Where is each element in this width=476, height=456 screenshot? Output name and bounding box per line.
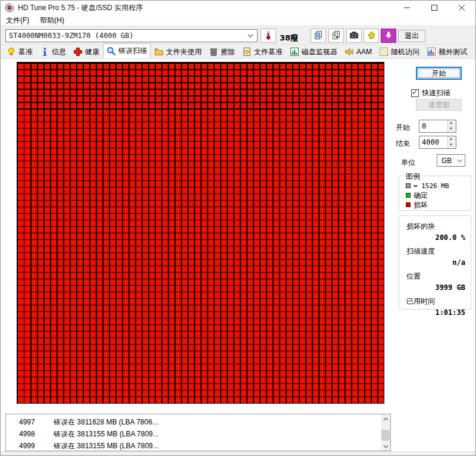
exit-button[interactable]: 退出 (398, 30, 425, 42)
trash-icon (209, 47, 218, 57)
chevron-down-icon (248, 34, 253, 38)
download-button[interactable] (381, 29, 396, 43)
tab-aam[interactable]: AAM (341, 45, 375, 58)
log-row[interactable]: 4997 错误在 3811628 MB (LBA 7806... (6, 416, 380, 428)
quick-scan-label: 快速扫描 (422, 88, 450, 98)
tab-file-benchmark[interactable]: 文件基准 (239, 45, 286, 58)
tab-health[interactable]: 健康 (70, 45, 103, 58)
start-spin-down-icon[interactable] (448, 126, 456, 132)
camera-icon (349, 30, 359, 42)
log-row[interactable]: 4999 错误在 3813155 MB (LBA 7809... (6, 440, 380, 452)
drive-selector[interactable]: ST4000NM0033-9ZM170 (4000 GB) (5, 29, 258, 42)
chevron-down-icon (457, 159, 462, 163)
title-bar: HD Tune Pro 5.75 - 硬盘/SSD 实用程序 (1, 1, 475, 15)
thermometer-icon (264, 30, 273, 42)
log-row-index: 4998 (19, 430, 54, 438)
status-strip (1, 451, 475, 456)
copy-text-button[interactable] (311, 29, 326, 43)
tab-label: 随机访问 (391, 47, 419, 57)
tab-extra-tests[interactable]: 额外测试 (423, 45, 471, 58)
log-row[interactable]: 4998 错误在 3813155 MB (LBA 7809... (6, 428, 380, 440)
tab-label: 额外测试 (439, 47, 467, 57)
tab-label: 文件基准 (254, 47, 283, 57)
legend-block-size: = 1526 MB (414, 182, 449, 190)
magnifier-icon (107, 46, 116, 56)
health-cross-icon (73, 47, 83, 57)
scan-speed-value: n/a (399, 258, 465, 267)
scan-status-group: 损坏的块 200.0 % 扫描速度 n/a 位置 3999 GB 已用时间 1:… (399, 215, 471, 310)
start-field-value[interactable]: 0 (419, 120, 447, 132)
camera-button[interactable] (346, 29, 362, 43)
tab-bar: 基准 信息 健康 错误扫描 文件夹使用 擦除 文件基准 磁盘监视器 (1, 45, 475, 59)
speed-map-button[interactable]: 速度图 (416, 99, 462, 111)
menu-bar: 文件(F) 帮助(H) (1, 15, 475, 26)
temperature-value: 38癈 (280, 33, 298, 43)
extra-tests-icon (427, 47, 436, 57)
elapsed-time-value: 1:01:35 (399, 308, 465, 317)
bulb-icon (7, 47, 16, 57)
scrollbar-thumb[interactable] (381, 430, 390, 441)
copy-image-button[interactable] (328, 29, 344, 43)
tab-error-scan[interactable]: 错误扫描 (103, 43, 151, 58)
damaged-blocks-value: 200.0 % (399, 233, 465, 242)
tab-label: 基准 (18, 47, 33, 57)
legend-group: 图例 = 1526 MB 确定 损坏 (399, 176, 471, 211)
tab-info[interactable]: 信息 (36, 45, 70, 58)
legend-ok-swatch (406, 193, 411, 198)
log-scrollbar[interactable] (381, 414, 390, 451)
close-icon[interactable] (448, 1, 475, 15)
random-access-icon (379, 47, 389, 57)
legend-title: 图例 (404, 171, 422, 182)
tab-label: 错误扫描 (118, 46, 147, 56)
log-row-message: 错误在 3811628 MB (LBA 7806... (54, 417, 158, 427)
quick-scan-checkbox[interactable] (411, 89, 419, 97)
minimize-icon[interactable] (393, 1, 421, 15)
end-spin-up-icon[interactable] (448, 136, 456, 142)
start-field[interactable]: 0 (419, 120, 456, 133)
tab-erase[interactable]: 擦除 (205, 45, 239, 58)
hand-button[interactable] (364, 29, 379, 43)
file-benchmark-icon (242, 47, 252, 57)
speaker-icon (345, 47, 354, 57)
start-spin-up-icon[interactable] (448, 120, 456, 126)
tab-label: 健康 (85, 47, 99, 57)
unit-selector-value: GB (441, 157, 452, 165)
scan-block-map (17, 62, 384, 404)
scan-control-panel: 开始 快速扫描 速度图 开始 0 结束 4000 单位 GB (393, 59, 474, 414)
log-row-message: 错误在 3813155 MB (LBA 7809... (54, 441, 159, 451)
app-window: HD Tune Pro 5.75 - 硬盘/SSD 实用程序 文件(F) 帮助(… (0, 0, 476, 456)
damaged-blocks-label: 损坏的块 (406, 221, 471, 232)
tab-benchmark[interactable]: 基准 (3, 45, 36, 58)
tab-folder-usage[interactable]: 文件夹使用 (151, 45, 205, 58)
error-scan-pane: 开始 快速扫描 速度图 开始 0 结束 4000 单位 GB (1, 59, 475, 414)
legend-damaged-label: 损坏 (414, 200, 428, 210)
start-scan-button[interactable]: 开始 (416, 67, 462, 80)
scroll-up-icon[interactable] (381, 414, 390, 423)
temperature-button[interactable] (261, 29, 276, 43)
app-icon (5, 3, 14, 13)
position-value: 3999 GB (399, 283, 465, 292)
unit-label: 单位 (401, 158, 415, 168)
info-icon (40, 47, 49, 57)
menu-help[interactable]: 帮助(H) (35, 15, 70, 26)
unit-selector[interactable]: GB (437, 154, 465, 167)
download-arrow-icon (384, 31, 393, 41)
copy-image-icon (331, 30, 341, 42)
log-row-index: 4999 (19, 442, 54, 450)
maximize-icon[interactable] (421, 1, 448, 15)
menu-file[interactable]: 文件(F) (1, 15, 35, 26)
scan-speed-label: 扫描速度 (406, 246, 471, 257)
drive-selector-value: ST4000NM0033-9ZM170 (4000 GB) (9, 32, 134, 40)
tab-random-access[interactable]: 随机访问 (375, 45, 423, 58)
end-spin-down-icon[interactable] (448, 142, 456, 148)
tab-label: 信息 (52, 47, 66, 57)
scroll-down-icon[interactable] (381, 442, 390, 451)
legend-ok-label: 确定 (414, 190, 428, 201)
tab-label: 擦除 (221, 47, 235, 57)
tab-disk-monitor[interactable]: 磁盘监视器 (286, 45, 341, 58)
window-title: HD Tune Pro 5.75 - 硬盘/SSD 实用程序 (18, 3, 143, 13)
end-field-value[interactable]: 4000 (419, 136, 447, 148)
log-row-message: 错误在 3813155 MB (LBA 7809... (54, 429, 159, 439)
legend-damaged-swatch (406, 202, 411, 207)
end-field[interactable]: 4000 (419, 136, 456, 149)
